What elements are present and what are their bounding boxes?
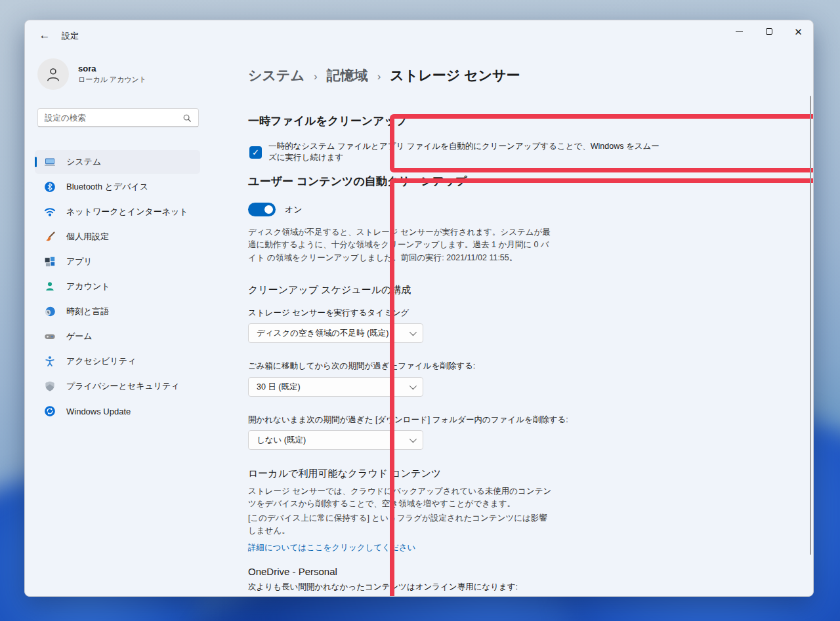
sidebar-item-privacy[interactable]: プライバシーとセキュリティ	[35, 374, 200, 398]
sidebar-item-label: Bluetooth とデバイス	[66, 181, 148, 193]
search-input[interactable]	[45, 113, 182, 123]
recycle-bin-label: ごみ箱に移動してから次の期間が過ぎたファイルを削除する:	[248, 361, 475, 372]
temp-files-checkbox-label: 一時的なシステム ファイルとアプリ ファイルを自動的にクリーンアップすることで、…	[268, 141, 662, 163]
accounts-icon	[44, 281, 56, 292]
run-timing-label: ストレージ センサーを実行するタイミング	[248, 308, 409, 319]
sidebar-item-personalization[interactable]: 個人用設定	[35, 225, 200, 249]
run-timing-dropdown[interactable]: ディスクの空き領域の不足時 (既定)	[248, 323, 423, 343]
avatar	[37, 58, 69, 90]
accessibility-icon	[44, 355, 56, 367]
sidebar-item-system[interactable]: システム	[35, 150, 200, 174]
temp-files-checkbox[interactable]: ✓	[249, 146, 262, 159]
sidebar-item-label: Windows Update	[66, 407, 131, 416]
dropdown-value: ディスクの空き領域の不足時 (既定)	[257, 328, 410, 339]
onedrive-dropdown[interactable]: しない (既定)	[248, 596, 423, 597]
onedrive-label: 次よりも長い間開かれなかったコンテンツはオンライン専用になります:	[248, 582, 518, 593]
titlebar: ← 設定 ✕	[25, 20, 813, 50]
toggle-state-label: オン	[285, 204, 303, 216]
breadcrumb-storage[interactable]: 記憶域	[327, 66, 368, 85]
chevron-down-icon	[410, 382, 417, 390]
close-icon: ✕	[794, 27, 803, 37]
schedule-heading: クリーンアップ スケジュールの構成	[248, 284, 411, 296]
time-language-icon	[44, 306, 56, 317]
apps-icon	[44, 256, 56, 268]
chevron-down-icon	[410, 435, 417, 443]
sidebar-item-network[interactable]: ネットワークとインターネット	[35, 200, 200, 224]
account-summary[interactable]: sora ローカル アカウント	[37, 58, 146, 90]
breadcrumb: システム › 記憶域 › ストレージ センサー	[248, 66, 520, 85]
network-icon	[44, 206, 56, 218]
maximize-icon	[766, 28, 772, 35]
sidebar-item-windows-update[interactable]: Windows Update	[35, 399, 200, 423]
storage-sense-toggle-row: オン	[248, 203, 303, 216]
account-name: sora	[78, 64, 146, 73]
cloud-content-heading: ローカルで利用可能なクラウド コンテンツ	[248, 468, 441, 480]
downloads-label: 開かれないまま次の期間が過ぎた [ダウンロード] フォルダー内のファイルを削除す…	[248, 414, 568, 426]
learn-more-link[interactable]: 詳細についてはここをクリックしてください	[248, 542, 415, 553]
storage-sense-toggle[interactable]	[248, 203, 276, 216]
sidebar-item-label: ゲーム	[66, 331, 93, 342]
desktop-wallpaper: ← 設定 ✕ sora ローカル アカウント	[0, 0, 840, 621]
person-icon	[45, 66, 62, 83]
settings-search[interactable]	[37, 108, 199, 127]
sidebar-item-accounts[interactable]: アカウント	[35, 275, 200, 298]
onedrive-heading: OneDrive - Personal	[248, 566, 337, 577]
sidebar-item-accessibility[interactable]: アクセシビリティ	[35, 350, 200, 373]
dropdown-value: しない (既定)	[257, 435, 410, 446]
main-content: システム › 記憶域 › ストレージ センサー 一時ファイルをクリーンアップ ✓…	[209, 50, 813, 596]
breadcrumb-separator: ›	[377, 70, 381, 83]
dropdown-value: 30 日 (既定)	[257, 382, 410, 393]
sidebar-item-bluetooth[interactable]: Bluetooth とデバイス	[35, 175, 200, 199]
sidebar-nav: システム Bluetooth とデバイス	[35, 150, 200, 424]
checkmark-icon: ✓	[252, 148, 259, 157]
cloud-content-paragraph-1: ストレージ センサーでは、クラウドにバックアップされている未使用のコンテンツをデ…	[248, 485, 555, 511]
personalization-icon	[44, 231, 56, 243]
sidebar-item-gaming[interactable]: ゲーム	[35, 325, 200, 348]
sidebar-item-label: 個人用設定	[66, 231, 109, 243]
maximize-button[interactable]	[754, 20, 784, 43]
privacy-icon	[44, 380, 56, 392]
auto-cleanup-heading: ユーザー コンテンツの自動クリーンアップ	[248, 174, 467, 189]
system-icon	[44, 156, 56, 168]
back-button[interactable]: ←	[34, 26, 55, 45]
app-title: 設定	[62, 30, 79, 42]
page-title: ストレージ センサー	[390, 66, 520, 85]
sidebar-item-label: 時刻と言語	[66, 306, 109, 317]
sidebar-item-time-language[interactable]: 時刻と言語	[35, 300, 200, 323]
storage-sense-description: ディスク領域が不足すると、ストレージ センサーが実行されます。システムが最適に動…	[248, 226, 555, 264]
bluetooth-icon	[44, 181, 56, 193]
close-button[interactable]: ✕	[784, 20, 813, 43]
sidebar-item-label: アカウント	[66, 281, 110, 292]
toggle-knob	[264, 205, 273, 214]
gaming-icon	[44, 331, 56, 342]
recycle-bin-dropdown[interactable]: 30 日 (既定)	[248, 377, 423, 397]
sidebar-item-label: プライバシーとセキュリティ	[66, 380, 180, 392]
temp-files-checkbox-row: ✓ 一時的なシステム ファイルとアプリ ファイルを自動的にクリーンアップすること…	[249, 141, 662, 163]
search-icon	[182, 113, 192, 123]
sidebar-item-label: アプリ	[66, 256, 93, 268]
sidebar-item-label: ネットワークとインターネット	[66, 206, 188, 218]
back-arrow-icon: ←	[39, 29, 51, 42]
chevron-down-icon	[410, 329, 417, 336]
account-type: ローカル アカウント	[78, 75, 146, 85]
sidebar-item-label: システム	[66, 156, 101, 168]
sidebar-item-apps[interactable]: アプリ	[35, 250, 200, 273]
windows-update-icon	[44, 405, 56, 417]
minimize-button[interactable]	[724, 20, 754, 43]
minimize-icon	[736, 31, 743, 32]
sidebar-item-label: アクセシビリティ	[66, 355, 136, 367]
downloads-dropdown[interactable]: しない (既定)	[248, 430, 423, 450]
breadcrumb-system[interactable]: システム	[248, 66, 304, 85]
temp-files-heading: 一時ファイルをクリーンアップ	[248, 113, 407, 129]
settings-window: ← 設定 ✕ sora ローカル アカウント	[24, 20, 814, 597]
sidebar: sora ローカル アカウント	[25, 50, 209, 596]
cloud-content-paragraph-2: [このデバイス上に常に保持する] というフラグが設定されたコンテンツには影響しま…	[248, 512, 555, 538]
breadcrumb-separator: ›	[314, 70, 318, 83]
scrollbar[interactable]	[810, 96, 811, 555]
